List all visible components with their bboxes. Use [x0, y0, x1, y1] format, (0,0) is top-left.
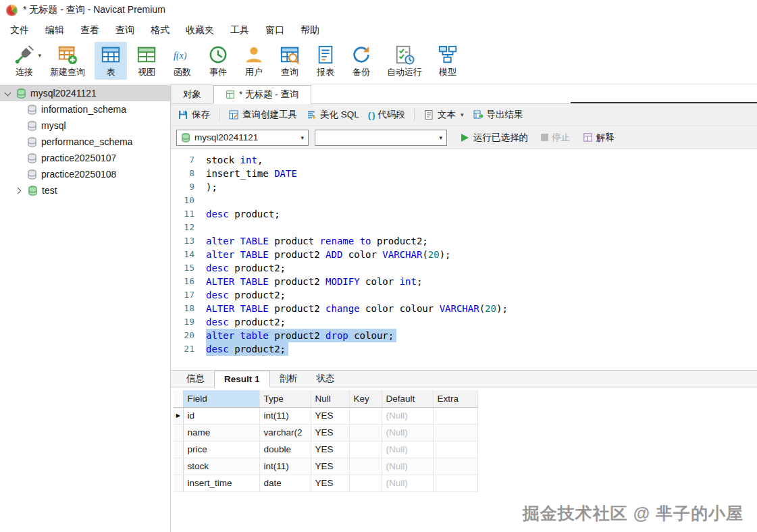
menu-item-window[interactable]: 窗口 — [257, 22, 292, 39]
table-row[interactable]: pricedoubleYES(Null) — [174, 441, 477, 458]
toolbar-automation-button[interactable]: 自动运行 — [381, 42, 428, 80]
current-row-marker-icon: ▶ — [174, 407, 183, 424]
tree-node-performance_schema[interactable]: performance_schema — [0, 134, 170, 150]
tree-node-label: test — [42, 185, 57, 196]
connection-tree: mysql20241121information_schemamysqlperf… — [0, 84, 171, 532]
menu-item-help[interactable]: 帮助 — [292, 22, 328, 39]
toolbar-new-query-button[interactable]: 新建查询 — [44, 42, 91, 80]
run-icon — [461, 134, 469, 142]
cell[interactable]: YES — [311, 441, 349, 458]
column-header-null[interactable]: Null — [311, 390, 349, 407]
cell[interactable]: double — [259, 441, 311, 458]
cell[interactable] — [433, 475, 477, 491]
tree-node-test[interactable]: test — [0, 182, 170, 198]
chevron-expanded-icon[interactable] — [3, 88, 12, 98]
tab-query[interactable]: * 无标题 - 查询 — [213, 85, 311, 104]
toolbar-backup-button[interactable]: 备份 — [345, 42, 377, 80]
column-header-default[interactable]: Default — [382, 390, 433, 407]
schema-icon — [27, 121, 37, 131]
cell[interactable]: (Null) — [382, 458, 433, 475]
code-snippet-button[interactable]: ( ) 代码段 — [368, 109, 405, 121]
tab-objects[interactable]: 对象 — [171, 84, 213, 103]
cell[interactable]: int(11) — [259, 458, 311, 475]
explain-button[interactable]: 解释 — [583, 132, 615, 144]
cell[interactable]: (Null) — [382, 475, 433, 491]
cell[interactable]: name — [183, 424, 259, 441]
table-row[interactable]: namevarchar(2YES(Null) — [174, 424, 477, 441]
selected-code-text: alter table product2 drop colour; — [206, 329, 396, 342]
cell[interactable]: varchar(2 — [259, 424, 311, 441]
result-tab-result-1[interactable]: Result 1 — [214, 371, 270, 388]
result-tab-profile[interactable]: 剖析 — [270, 370, 307, 387]
chevron-collapsed-icon[interactable] — [14, 186, 24, 195]
cell[interactable] — [349, 475, 382, 491]
query-builder-button[interactable]: 查询创建工具 — [228, 109, 297, 121]
cell[interactable] — [433, 458, 477, 475]
cell[interactable] — [349, 458, 382, 475]
tree-node-practice20250107[interactable]: practice20250107 — [0, 150, 170, 166]
database-select[interactable]: ▾ — [315, 130, 447, 146]
toolbar-function-button[interactable]: f(x)函数 — [166, 42, 199, 80]
cell[interactable] — [433, 424, 477, 441]
cell[interactable]: id — [183, 407, 259, 424]
cell[interactable] — [349, 441, 382, 458]
user-icon — [244, 45, 264, 65]
toolbar-view-button[interactable]: 视图 — [130, 42, 163, 80]
table-row[interactable]: stockint(11)YES(Null) — [174, 458, 477, 475]
cell[interactable]: insert_time — [183, 475, 259, 491]
table-row[interactable]: insert_timedateYES(Null) — [174, 475, 477, 491]
toolbar-table-button[interactable]: 表 — [95, 42, 127, 80]
save-button[interactable]: 保存 — [178, 109, 210, 121]
cell[interactable] — [349, 407, 382, 424]
line-number: 20 — [171, 329, 206, 342]
toolbar-event-button[interactable]: 事件 — [202, 42, 234, 80]
cell[interactable]: (Null) — [382, 407, 433, 424]
toolbar-report-button[interactable]: 报表 — [309, 42, 342, 80]
connection-select[interactable]: mysql20241121 ▾ — [176, 130, 309, 146]
menu-item-favorites[interactable]: 收藏夹 — [178, 22, 222, 39]
cell[interactable]: stock — [183, 458, 259, 475]
watermark: 掘金技术社区 @ 芈子的小屋 — [523, 502, 743, 525]
cell[interactable]: (Null) — [382, 441, 433, 458]
result-tab-status[interactable]: 状态 — [307, 370, 344, 387]
result-tab-info[interactable]: 信息 — [177, 370, 214, 387]
toolbar-connection-button[interactable]: ▾连接 — [8, 42, 41, 80]
tree-node-practice20250108[interactable]: practice20250108 — [0, 166, 170, 182]
cell[interactable]: (Null) — [382, 424, 433, 441]
cell[interactable]: YES — [311, 475, 349, 491]
toolbar-query-button[interactable]: 查询 — [273, 42, 306, 80]
menu-item-edit[interactable]: 编辑 — [37, 22, 72, 39]
cell[interactable] — [349, 424, 382, 441]
column-header-key[interactable]: Key — [349, 390, 382, 407]
column-header-type[interactable]: Type — [259, 390, 311, 407]
menu-item-view[interactable]: 查看 — [72, 22, 107, 39]
editor-line: 12 — [171, 221, 757, 234]
toolbar-model-button[interactable]: 模型 — [432, 42, 464, 80]
menu-item-format[interactable]: 格式 — [142, 22, 178, 39]
query-tab-icon — [226, 90, 235, 99]
beautify-sql-button[interactable]: 美化 SQL — [306, 109, 359, 121]
cell[interactable]: YES — [311, 458, 349, 475]
chevron-down-icon: ▾ — [461, 111, 464, 118]
menu-item-file[interactable]: 文件 — [2, 22, 37, 39]
cell[interactable]: int(11) — [259, 407, 311, 424]
column-header-extra[interactable]: Extra — [433, 390, 477, 407]
toolbar-user-button[interactable]: 用户 — [238, 42, 270, 80]
sql-editor[interactable]: 7stock int,8insert_time DATE9);1011desc … — [171, 149, 757, 370]
cell[interactable] — [433, 441, 477, 458]
menu-item-tools[interactable]: 工具 — [222, 22, 257, 39]
cell[interactable]: YES — [311, 424, 349, 441]
cell[interactable] — [433, 407, 477, 424]
column-header-field[interactable]: Field — [183, 390, 259, 407]
tree-node-information_schema[interactable]: information_schema — [0, 101, 170, 117]
cell[interactable]: date — [259, 475, 311, 491]
menu-item-query[interactable]: 查询 — [107, 22, 142, 39]
text-menu-button[interactable]: 文本 ▾ — [423, 109, 464, 121]
cell[interactable]: price — [183, 441, 259, 458]
tree-node-connection[interactable]: mysql20241121 — [0, 85, 170, 101]
export-result-button[interactable]: 导出结果 — [473, 109, 523, 121]
table-row[interactable]: ▶idint(11)YES(Null) — [174, 407, 477, 424]
tree-node-mysql[interactable]: mysql — [0, 117, 170, 134]
run-selected-button[interactable]: 运行已选择的 — [461, 132, 528, 144]
cell[interactable]: YES — [311, 407, 349, 424]
